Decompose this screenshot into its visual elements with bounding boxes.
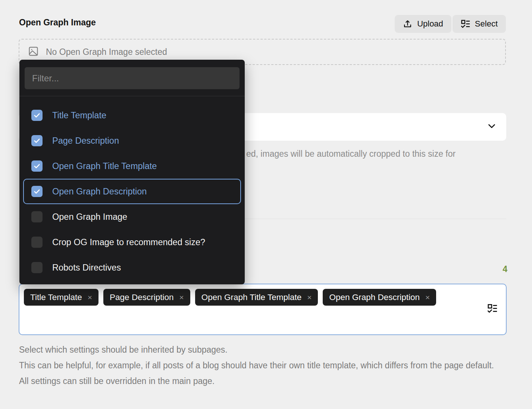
option-label: Page Description bbox=[52, 136, 119, 146]
settings-filter-dropdown: Title Template Page Description Open Gra… bbox=[19, 60, 245, 284]
tag-title-template[interactable]: Title Template × bbox=[24, 289, 98, 306]
upload-icon bbox=[403, 19, 412, 29]
tag-label: Title Template bbox=[30, 293, 82, 302]
checklist-icon[interactable] bbox=[487, 304, 497, 315]
option-page-description[interactable]: Page Description bbox=[19, 128, 245, 153]
tag-og-title-template[interactable]: Open Graph Title Template × bbox=[195, 289, 318, 306]
checkbox-unchecked[interactable] bbox=[31, 262, 43, 273]
inherited-settings-input[interactable]: Title Template × Page Description × Open… bbox=[19, 284, 507, 335]
filter-input[interactable] bbox=[25, 67, 240, 89]
tag-og-description[interactable]: Open Graph Description × bbox=[323, 289, 436, 306]
option-crop-og-image[interactable]: Crop OG Image to recommended size? bbox=[19, 230, 245, 255]
header-buttons: Upload Select bbox=[395, 15, 506, 33]
image-icon bbox=[28, 46, 39, 58]
option-label: Open Graph Title Template bbox=[52, 161, 157, 171]
check-icon bbox=[33, 137, 41, 144]
help-text: Select which settings should be inherite… bbox=[19, 342, 501, 389]
tag-label: Page Description bbox=[110, 293, 173, 302]
option-label: Robots Directives bbox=[52, 263, 121, 273]
option-title-template[interactable]: Title Template bbox=[19, 103, 245, 128]
remove-tag-icon[interactable]: × bbox=[88, 293, 92, 302]
remove-tag-icon[interactable]: × bbox=[179, 293, 184, 302]
tag-label: Open Graph Title Template bbox=[201, 293, 301, 302]
check-icon bbox=[33, 188, 41, 195]
option-label: Title Template bbox=[52, 110, 106, 121]
help-line-1: Select which settings should be inherite… bbox=[19, 342, 501, 358]
tag-page-description[interactable]: Page Description × bbox=[103, 289, 190, 306]
option-list: Title Template Page Description Open Gra… bbox=[19, 103, 245, 280]
chevron-down-icon bbox=[487, 121, 497, 132]
page-title: Open Graph Image bbox=[19, 18, 96, 28]
option-label: Open Graph Description bbox=[52, 187, 147, 197]
check-icon bbox=[33, 162, 41, 170]
checkbox-unchecked[interactable] bbox=[31, 211, 43, 222]
selected-count-badge: 4 bbox=[503, 264, 507, 274]
option-og-description[interactable]: Open Graph Description bbox=[23, 179, 241, 204]
remove-tag-icon[interactable]: × bbox=[425, 293, 430, 302]
tag-label: Open Graph Description bbox=[329, 293, 420, 302]
remove-tag-icon[interactable]: × bbox=[307, 293, 312, 302]
checkbox-checked[interactable] bbox=[31, 160, 43, 172]
select-button[interactable]: Select bbox=[453, 15, 506, 33]
select-button-label: Select bbox=[475, 19, 498, 29]
checkbox-checked[interactable] bbox=[31, 135, 43, 146]
checkbox-checked[interactable] bbox=[31, 110, 43, 121]
crop-hint-text: ed, images will be automatically cropped… bbox=[246, 149, 456, 159]
seo-settings-page: Open Graph Image Upload bbox=[0, 0, 532, 409]
checklist-icon bbox=[461, 19, 470, 29]
help-line-2: This can be helpful, for example, if all… bbox=[19, 358, 501, 389]
checkbox-unchecked[interactable] bbox=[31, 237, 43, 248]
empty-state-text: No Open Graph Image selected bbox=[46, 47, 167, 57]
checkbox-checked[interactable] bbox=[31, 186, 43, 197]
check-icon bbox=[33, 112, 41, 119]
option-label: Open Graph Image bbox=[52, 212, 127, 222]
upload-button[interactable]: Upload bbox=[395, 15, 451, 33]
upload-button-label: Upload bbox=[417, 19, 443, 29]
option-og-image[interactable]: Open Graph Image bbox=[19, 204, 245, 230]
option-robots-directives[interactable]: Robots Directives bbox=[19, 255, 245, 280]
option-label: Crop OG Image to recommended size? bbox=[52, 237, 205, 247]
option-og-title-template[interactable]: Open Graph Title Template bbox=[19, 153, 245, 179]
panel-divider bbox=[19, 96, 245, 96]
